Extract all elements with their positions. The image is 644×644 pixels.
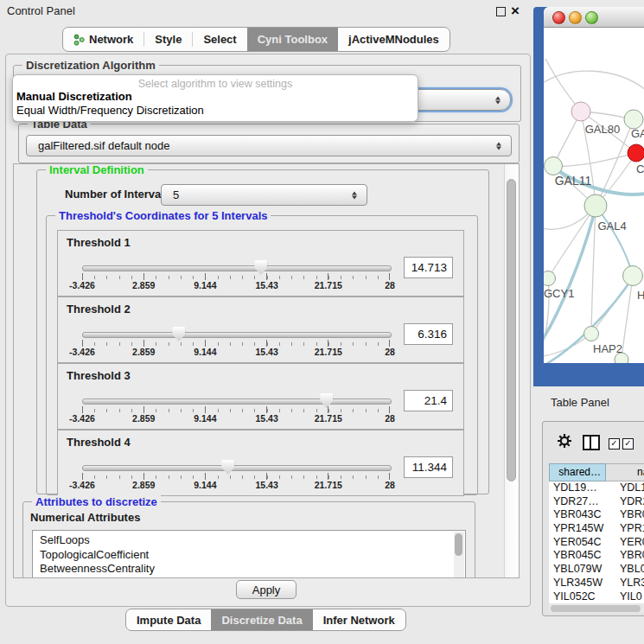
number-of-intervals-label: Number of Intervals <box>65 188 170 201</box>
threshold-value-input[interactable] <box>404 390 453 411</box>
network-node[interactable] <box>584 327 599 341</box>
slider-ticks <box>82 473 390 480</box>
number-of-intervals-combobox[interactable]: 5 <box>161 184 367 206</box>
threshold-row: Threshold 4 -3.426 2.859 9.144 15.43 21.… <box>57 430 464 496</box>
network-canvas[interactable]: GAL80 GA C GAL11 GAL4 GCY1 H HAP2 <box>544 28 644 363</box>
popup-option-equal-width[interactable]: Equal Width/Frequency Discretization <box>13 104 418 118</box>
table-row[interactable]: YDL19…YDL1 <box>549 481 644 495</box>
gear-icon[interactable] <box>557 433 572 449</box>
network-view-window: GAL80 GA C GAL11 GAL4 GCY1 H HAP2 <box>544 7 644 363</box>
node-label: GAL11 <box>555 174 592 188</box>
numerical-attributes-list: SelfLoops TopologicalCoefficient Between… <box>32 530 466 578</box>
threshold-value-input[interactable] <box>404 323 453 345</box>
node-label: GCY1 <box>544 287 574 300</box>
combo-stepper-icon <box>495 139 503 152</box>
slider-tick-labels: -3.426 2.859 9.144 15.43 21.715 28 <box>82 347 390 358</box>
slider-tick-labels: -3.426 2.859 9.144 15.43 21.715 28 <box>82 280 390 291</box>
column-header-name[interactable]: na <box>606 463 644 481</box>
node-label: GAL80 <box>585 123 620 136</box>
table-row[interactable]: YDR27…YDR2 <box>549 495 644 509</box>
threshold-value-input[interactable] <box>404 456 453 478</box>
close-traffic-light-icon[interactable] <box>552 11 565 24</box>
tab-infer-network[interactable]: Infer Network <box>313 609 405 630</box>
network-icon <box>73 34 85 46</box>
threshold-row: Threshold 3 -3.426 2.859 9.144 15.43 21.… <box>57 363 464 430</box>
node-label: GAL4 <box>597 220 626 233</box>
network-node[interactable] <box>623 266 643 286</box>
table-row[interactable]: YPR145WYPR1 <box>549 522 644 536</box>
node-label: GA <box>631 127 644 140</box>
thresholds-group-label: Threshold's Coordinates for 5 Intervals <box>55 209 271 222</box>
node-label: C <box>636 163 644 175</box>
horizontal-scrollbar[interactable] <box>549 603 644 613</box>
attributes-group: Attributes to discretize Numerical Attri… <box>22 501 475 578</box>
tab-impute-data[interactable]: Impute Data <box>126 609 211 630</box>
slider-tick-labels: -3.426 2.859 9.144 15.43 21.715 28 <box>82 413 390 424</box>
network-node[interactable] <box>545 157 563 175</box>
table-panel-title: Table Panel <box>551 396 609 409</box>
tab-jactivemnodules[interactable]: jActiveMNodules <box>338 28 450 51</box>
table-row[interactable]: YIL052CYIL0 <box>549 590 644 604</box>
tab-discretize-data[interactable]: Discretize Data <box>211 609 312 630</box>
table-row[interactable]: YBR043CYBR0 <box>549 508 644 522</box>
split-columns-icon[interactable] <box>583 435 600 450</box>
application-window: Control Panel × Network Style Select Cyn… <box>0 0 644 644</box>
tab-network[interactable]: Network <box>63 28 143 51</box>
tab-select[interactable]: Select <box>193 28 246 51</box>
network-node[interactable] <box>544 271 556 286</box>
interval-definition-group: Interval Definition Number of Intervals … <box>36 169 489 494</box>
threshold-value-input[interactable] <box>404 257 453 278</box>
apply-button[interactable]: Apply <box>236 580 296 599</box>
interval-definition-label: Interval Definition <box>46 163 148 176</box>
node-table: shared… na YDL19…YDL1 YDR27…YDR2 YBR043C… <box>549 463 644 613</box>
table-row[interactable]: YER054CYER0 <box>549 536 644 550</box>
network-node[interactable] <box>624 110 643 129</box>
table-header-row: shared… na <box>549 463 644 481</box>
cyni-toolbox-panel: Discretization Algorithm Select algorith… <box>5 54 531 607</box>
tab-style[interactable]: Style <box>144 28 192 51</box>
network-node-selected[interactable] <box>628 144 644 162</box>
minimize-traffic-light-icon[interactable] <box>569 11 582 24</box>
network-window-titlebar[interactable] <box>544 7 644 28</box>
threshold-slider[interactable] <box>82 332 392 338</box>
checkbox-icon[interactable]: ✓ <box>609 438 620 450</box>
horizontal-scrollbar-thumb[interactable] <box>551 605 641 612</box>
vertical-scrollbar[interactable] <box>504 164 519 577</box>
table-data-combobox[interactable]: galFiltered.sif default node <box>26 135 512 156</box>
table-body: YDL19…YDL1 YDR27…YDR2 YBR043CYBR0 YPR145… <box>549 481 644 603</box>
threshold-slider[interactable] <box>82 465 392 471</box>
list-item[interactable]: TopologicalCoefficient <box>33 548 465 563</box>
control-panel-titlebar: Control Panel × <box>0 0 533 22</box>
vertical-scrollbar-thumb[interactable] <box>507 179 516 481</box>
network-node[interactable] <box>571 102 590 121</box>
combo-stepper-icon <box>494 93 502 106</box>
slider-ticks <box>82 406 390 413</box>
table-row[interactable]: YBL079WYBL0 <box>549 563 644 577</box>
attributes-group-label: Attributes to discretize <box>32 495 161 508</box>
numerical-attributes-label: Numerical Attributes <box>30 511 140 524</box>
tab-network-label: Network <box>89 33 133 46</box>
checkbox-icon[interactable]: ✓ <box>622 438 634 450</box>
discretization-algorithm-label: Discretization Algorithm <box>22 59 159 72</box>
list-item[interactable]: SelfLoops <box>33 531 465 548</box>
column-header-shared-name[interactable]: shared… <box>549 463 606 481</box>
slider-ticks <box>82 340 390 347</box>
threshold-slider[interactable] <box>82 399 392 405</box>
table-row[interactable]: YBR045CYBR0 <box>549 549 644 563</box>
close-icon[interactable]: × <box>511 1 520 22</box>
cyni-mode-tabs: Impute Data Discretize Data Infer Networ… <box>125 609 406 631</box>
float-window-icon[interactable] <box>496 7 506 16</box>
tab-cyni-toolbox[interactable]: Cyni Toolbox <box>247 28 338 51</box>
threshold-row: Threshold 1 -3.426 2.859 9.144 15.43 21.… <box>57 230 464 296</box>
network-node[interactable] <box>584 194 607 217</box>
list-scrollbar[interactable] <box>454 532 464 578</box>
list-scrollbar-thumb[interactable] <box>455 533 462 556</box>
table-row[interactable]: YLR345WYLR3 <box>549 577 644 590</box>
node-label: H <box>637 289 644 302</box>
popup-option-manual[interactable]: Manual Discretization <box>13 90 418 104</box>
list-item[interactable]: BetweennessCentrality <box>33 562 465 577</box>
table-panel: ✓ ✓ shared… na YDL19…YDL1 YDR27…YDR2 YBR… <box>542 421 644 616</box>
threshold-label: Threshold 2 <box>67 303 131 316</box>
zoom-traffic-light-icon[interactable] <box>585 11 598 24</box>
threshold-slider[interactable] <box>82 265 392 271</box>
